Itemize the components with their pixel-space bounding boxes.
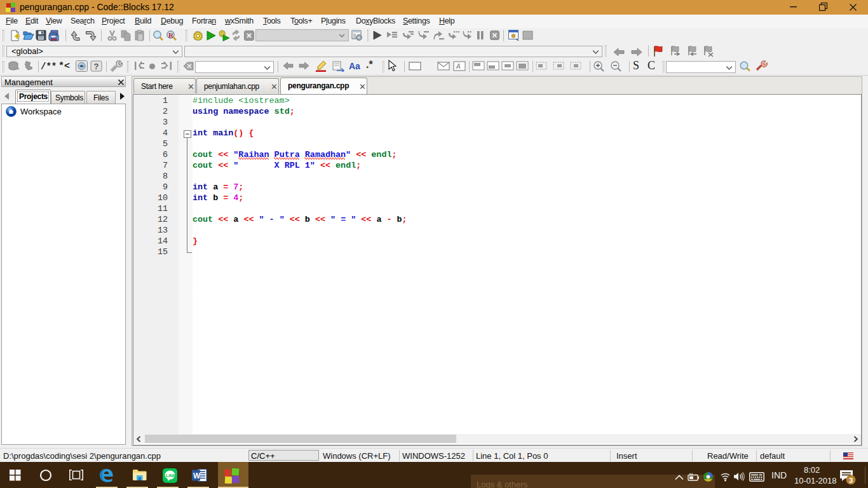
svg-text:A: A [456, 63, 461, 70]
svg-text:3: 3 [849, 477, 853, 484]
svg-text:LINE: LINE [166, 473, 176, 478]
svg-text:W: W [193, 471, 201, 480]
svg-text:?: ? [94, 62, 99, 71]
